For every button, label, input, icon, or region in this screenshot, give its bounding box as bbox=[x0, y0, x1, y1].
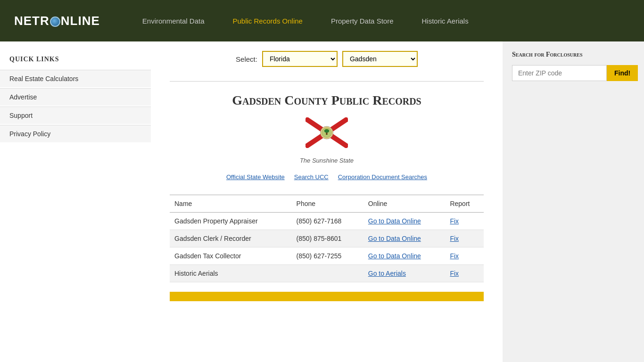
sidebar-item-support[interactable]: Support bbox=[0, 107, 151, 124]
state-nickname: The Sunshine State bbox=[170, 157, 484, 164]
select-label: Select: bbox=[236, 55, 257, 63]
record-online: Go to Data Online bbox=[363, 213, 446, 230]
sidebar-item-real-estate[interactable]: Real Estate Calculators bbox=[0, 70, 151, 87]
online-link[interactable]: Go to Data Online bbox=[368, 235, 421, 242]
table-row: Gadsden Clerk / Recorder(850) 875-8601Go… bbox=[170, 230, 484, 247]
record-phone: (850) 875-8601 bbox=[292, 230, 363, 247]
main-nav: Environmental Data Public Records Online… bbox=[128, 0, 483, 41]
report-link[interactable]: Fix bbox=[450, 235, 459, 242]
globe-icon bbox=[50, 16, 60, 27]
nav-historic-aerials[interactable]: Historic Aerials bbox=[407, 0, 482, 41]
county-select[interactable]: Gadsden bbox=[342, 51, 418, 67]
online-link[interactable]: Go to Aerials bbox=[368, 270, 406, 277]
record-report: Fix bbox=[445, 247, 484, 265]
record-name: Gadsden Tax Collector bbox=[170, 247, 292, 265]
col-phone: Phone bbox=[292, 195, 363, 213]
col-name: Name bbox=[170, 195, 292, 213]
search-ucc-link[interactable]: Search UCC bbox=[294, 173, 329, 181]
record-online: Go to Data Online bbox=[363, 247, 446, 265]
zip-input[interactable] bbox=[512, 65, 607, 81]
record-online: Go to Data Online bbox=[363, 230, 446, 247]
report-link[interactable]: Fix bbox=[450, 252, 459, 260]
sidebar: Quick Links Real Estate Calculators Adve… bbox=[0, 41, 151, 362]
header: NETRNLINE Environmental Data Public Reco… bbox=[0, 0, 644, 41]
record-report: Fix bbox=[445, 213, 484, 230]
col-report: Report bbox=[445, 195, 484, 213]
quick-links-title: Quick Links bbox=[0, 51, 151, 70]
state-select[interactable]: Florida bbox=[262, 51, 338, 67]
svg-point-7 bbox=[324, 129, 330, 133]
logo[interactable]: NETRNLINE bbox=[14, 14, 100, 28]
nav-public-records[interactable]: Public Records Online bbox=[219, 0, 317, 41]
col-online: Online bbox=[363, 195, 446, 213]
county-title: Gadsden County Public Records bbox=[170, 93, 484, 108]
florida-flag bbox=[305, 117, 348, 148]
online-link[interactable]: Go to Data Online bbox=[368, 217, 421, 225]
find-button[interactable]: Find! bbox=[607, 65, 638, 81]
foreclosure-title: Search for Forclosures bbox=[512, 51, 635, 58]
record-report: Fix bbox=[445, 230, 484, 247]
official-state-link[interactable]: Official State Website bbox=[226, 173, 285, 181]
record-phone bbox=[292, 265, 363, 282]
yellow-bar bbox=[170, 292, 484, 301]
record-phone: (850) 627-7168 bbox=[292, 213, 363, 230]
flag-area bbox=[170, 117, 484, 149]
nav-environmental-data[interactable]: Environmental Data bbox=[128, 0, 219, 41]
record-online: Go to Aerials bbox=[363, 265, 446, 282]
table-row: Historic AerialsGo to AerialsFix bbox=[170, 265, 484, 282]
report-link[interactable]: Fix bbox=[450, 270, 459, 277]
state-links: Official State Website Search UCC Corpor… bbox=[170, 173, 484, 181]
select-bar: Select: Florida Gadsden bbox=[170, 51, 484, 67]
record-report: Fix bbox=[445, 265, 484, 282]
online-link[interactable]: Go to Data Online bbox=[368, 252, 421, 260]
corp-docs-link[interactable]: Corporation Document Searches bbox=[338, 173, 427, 181]
table-row: Gadsden Property Appraiser(850) 627-7168… bbox=[170, 213, 484, 230]
report-link[interactable]: Fix bbox=[450, 217, 459, 225]
record-name: Gadsden Property Appraiser bbox=[170, 213, 292, 230]
record-name: Historic Aerials bbox=[170, 265, 292, 282]
record-phone: (850) 627-7255 bbox=[292, 247, 363, 265]
county-content: Gadsden County Public Records bbox=[170, 93, 484, 301]
nav-property-data[interactable]: Property Data Store bbox=[317, 0, 408, 41]
sidebar-item-advertise[interactable]: Advertise bbox=[0, 88, 151, 106]
main-layout: Quick Links Real Estate Calculators Adve… bbox=[0, 41, 644, 362]
foreclosure-form: Find! bbox=[512, 65, 635, 81]
table-row: Gadsden Tax Collector(850) 627-7255Go to… bbox=[170, 247, 484, 265]
content: Select: Florida Gadsden Gadsden County P… bbox=[151, 41, 503, 362]
right-sidebar: Search for Forclosures Find! bbox=[503, 41, 644, 362]
sidebar-item-privacy[interactable]: Privacy Policy bbox=[0, 125, 151, 142]
records-table: Name Phone Online Report Gadsden Propert… bbox=[170, 195, 484, 282]
logo-area: NETRNLINE bbox=[14, 14, 100, 28]
record-name: Gadsden Clerk / Recorder bbox=[170, 230, 292, 247]
